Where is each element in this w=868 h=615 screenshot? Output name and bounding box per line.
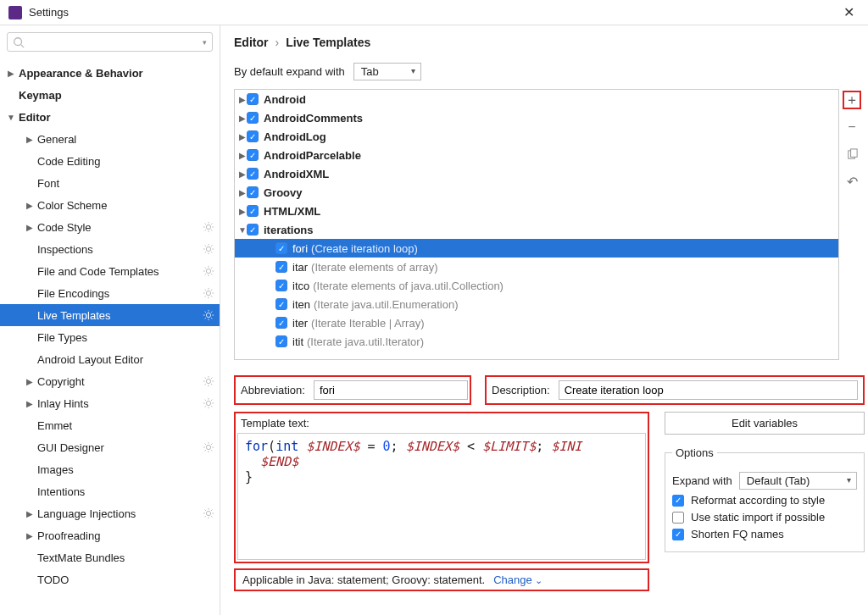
svg-point-10 — [206, 511, 210, 515]
applicable-label: Applicable in Java: statement; Groovy: s… — [242, 573, 485, 586]
template-row[interactable]: ✓iten(Iterate java.util.Enumeration) — [235, 295, 838, 313]
remove-button[interactable]: − — [843, 118, 861, 136]
sidebar-item[interactable]: Emmet — [0, 414, 220, 436]
template-row[interactable]: ✓iter(Iterate Iterable | Array) — [235, 313, 838, 332]
search-input[interactable] — [28, 36, 203, 48]
copy-button[interactable] — [843, 145, 861, 163]
svg-point-8 — [206, 401, 210, 405]
static-import-checkbox[interactable] — [672, 512, 684, 524]
checkbox-icon[interactable]: ✓ — [247, 205, 259, 217]
template-row[interactable]: ▶✓Android — [235, 90, 838, 108]
sidebar-item[interactable]: Code Editing — [0, 150, 220, 172]
svg-line-1 — [21, 44, 25, 47]
search-dropdown-icon[interactable]: ▾ — [203, 38, 207, 47]
checkbox-icon[interactable]: ✓ — [275, 335, 287, 347]
checkbox-icon[interactable]: ✓ — [247, 149, 259, 161]
description-input[interactable] — [559, 380, 858, 400]
default-expand-combo[interactable]: Tab — [353, 63, 421, 80]
sidebar-item[interactable]: TODO — [0, 568, 220, 590]
abbreviation-input[interactable] — [314, 380, 468, 400]
sidebar-item[interactable]: Images — [0, 458, 220, 480]
sidebar-item[interactable]: TextMate Bundles — [0, 546, 220, 568]
default-expand-label: By default expand with — [234, 65, 345, 78]
template-row[interactable]: ▶✓Groovy — [235, 183, 838, 202]
template-row[interactable]: ▶✓AndroidParcelable — [235, 146, 838, 164]
sidebar-item[interactable]: ▶Inlay Hints — [0, 392, 220, 414]
sidebar-item[interactable]: Font — [0, 172, 220, 194]
sidebar-item[interactable]: ▶Copyright — [0, 370, 220, 392]
sidebar-item[interactable]: ▶Color Scheme — [0, 194, 220, 216]
edit-variables-button[interactable]: Edit variables — [665, 412, 865, 435]
sidebar-item[interactable]: File Types — [0, 326, 220, 348]
checkbox-icon[interactable]: ✓ — [247, 186, 259, 198]
svg-point-6 — [206, 313, 210, 317]
template-row[interactable]: ▶✓HTML/XML — [235, 202, 838, 220]
checkbox-icon[interactable]: ✓ — [247, 112, 259, 124]
sidebar-item[interactable]: ▶General — [0, 128, 220, 150]
template-text-label: Template text: — [236, 413, 648, 433]
sidebar-item[interactable]: Android Layout Editor — [0, 348, 220, 370]
sidebar-item[interactable]: ▶Code Style — [0, 216, 220, 238]
svg-point-2 — [206, 224, 210, 229]
checkbox-icon[interactable]: ✓ — [275, 242, 287, 254]
expand-with-label: Expand with — [672, 474, 732, 487]
sidebar-item[interactable]: File Encodings — [0, 282, 220, 304]
checkbox-icon[interactable]: ✓ — [275, 280, 287, 291]
breadcrumb: Editor›Live Templates — [234, 36, 865, 49]
change-link[interactable]: Change — [493, 573, 542, 586]
template-row[interactable]: ✓itar(Iterate elements of array) — [235, 258, 838, 276]
template-row[interactable]: ▶✓AndroidLog — [235, 127, 838, 146]
options-legend: Options — [672, 446, 717, 459]
svg-point-5 — [206, 291, 210, 295]
settings-tree[interactable]: ▶Appearance & BehaviorKeymap▼Editor▶Gene… — [0, 58, 220, 615]
undo-button[interactable]: ↶ — [843, 172, 861, 191]
template-row[interactable]: ✓itit(Iterate java.util.Iterator) — [235, 332, 838, 351]
shorten-fq-checkbox[interactable]: ✓ — [672, 529, 684, 540]
abbreviation-label: Abbreviation: — [241, 384, 305, 396]
checkbox-icon[interactable]: ✓ — [247, 93, 259, 105]
close-icon[interactable]: ✕ — [838, 4, 860, 20]
reformat-checkbox[interactable]: ✓ — [672, 495, 684, 507]
search-box[interactable]: ▾ — [7, 32, 213, 52]
svg-point-9 — [206, 445, 210, 449]
template-tree[interactable]: ▶✓Android▶✓AndroidComments▶✓AndroidLog▶✓… — [234, 89, 839, 360]
template-row[interactable]: ✓fori(Create iteration loop) — [235, 239, 838, 258]
template-row[interactable]: ✓itco(Iterate elements of java.util.Coll… — [235, 276, 838, 295]
expand-with-combo[interactable]: Default (Tab) — [739, 472, 857, 490]
checkbox-icon[interactable]: ✓ — [275, 298, 287, 310]
sidebar-item[interactable]: ▶Appearance & Behavior — [0, 62, 220, 84]
template-row[interactable]: ▶✓AndroidComments — [235, 108, 838, 127]
add-button[interactable]: ＋ — [843, 91, 861, 109]
sidebar-item[interactable]: Keymap — [0, 84, 220, 106]
sidebar-item[interactable]: Live Templates — [0, 304, 220, 326]
template-row[interactable]: ▼✓iterations — [235, 220, 838, 239]
sidebar-item[interactable]: GUI Designer — [0, 436, 220, 458]
sidebar-item[interactable]: ▶Proofreading — [0, 524, 220, 546]
sidebar-item[interactable]: ▼Editor — [0, 106, 220, 128]
template-row[interactable]: ▶✓AndroidXML — [235, 164, 838, 183]
app-icon — [8, 6, 22, 19]
description-label: Description: — [492, 384, 550, 396]
svg-rect-12 — [850, 148, 857, 156]
svg-point-0 — [14, 37, 22, 45]
checkbox-icon[interactable]: ✓ — [275, 261, 287, 273]
svg-point-3 — [206, 247, 210, 251]
sidebar-item[interactable]: ▶Language Injections — [0, 502, 220, 524]
template-text-editor[interactable]: for(int $INDEX$ = 0; $INDEX$ < $LIMIT$; … — [237, 433, 646, 560]
window-title: Settings — [29, 6, 838, 19]
sidebar-item[interactable]: Intentions — [0, 480, 220, 502]
svg-point-7 — [206, 379, 210, 383]
sidebar-item[interactable]: Inspections — [0, 238, 220, 260]
checkbox-icon[interactable]: ✓ — [247, 224, 259, 235]
checkbox-icon[interactable]: ✓ — [247, 130, 259, 142]
checkbox-icon[interactable]: ✓ — [275, 317, 287, 329]
sidebar-item[interactable]: File and Code Templates — [0, 260, 220, 282]
svg-point-4 — [206, 269, 210, 273]
search-icon — [13, 36, 25, 48]
checkbox-icon[interactable]: ✓ — [247, 168, 259, 180]
